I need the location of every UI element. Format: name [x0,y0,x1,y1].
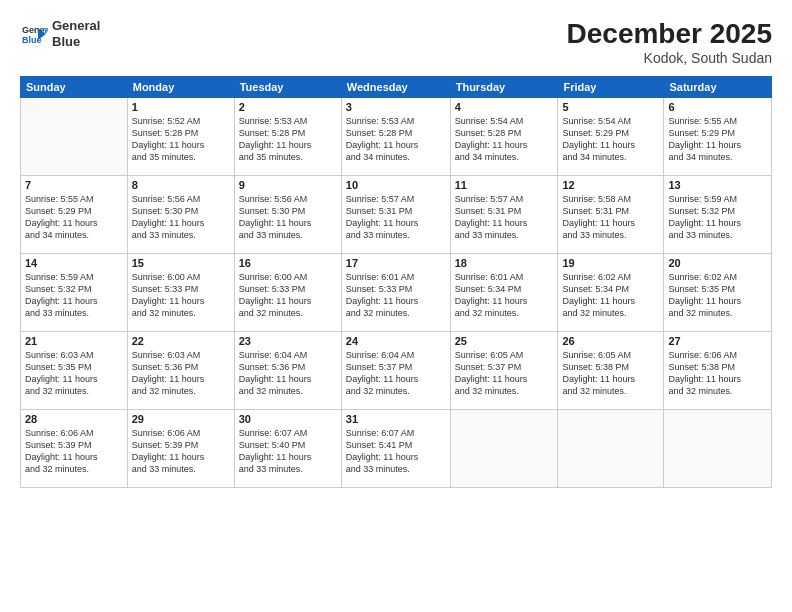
day-number: 15 [132,257,230,269]
calendar-cell: 8Sunrise: 5:56 AMSunset: 5:30 PMDaylight… [127,176,234,254]
weekday-header: Tuesday [234,77,341,98]
day-info: Sunrise: 6:06 AMSunset: 5:39 PMDaylight:… [25,427,123,476]
day-info: Sunrise: 6:06 AMSunset: 5:38 PMDaylight:… [668,349,767,398]
calendar-cell: 19Sunrise: 6:02 AMSunset: 5:34 PMDayligh… [558,254,664,332]
calendar-cell: 17Sunrise: 6:01 AMSunset: 5:33 PMDayligh… [341,254,450,332]
day-number: 8 [132,179,230,191]
calendar-cell: 23Sunrise: 6:04 AMSunset: 5:36 PMDayligh… [234,332,341,410]
day-info: Sunrise: 6:05 AMSunset: 5:38 PMDaylight:… [562,349,659,398]
day-number: 23 [239,335,337,347]
day-info: Sunrise: 6:01 AMSunset: 5:33 PMDaylight:… [346,271,446,320]
day-number: 3 [346,101,446,113]
day-info: Sunrise: 6:06 AMSunset: 5:39 PMDaylight:… [132,427,230,476]
calendar-cell: 3Sunrise: 5:53 AMSunset: 5:28 PMDaylight… [341,98,450,176]
day-info: Sunrise: 5:55 AMSunset: 5:29 PMDaylight:… [668,115,767,164]
calendar-cell: 20Sunrise: 6:02 AMSunset: 5:35 PMDayligh… [664,254,772,332]
calendar-cell: 13Sunrise: 5:59 AMSunset: 5:32 PMDayligh… [664,176,772,254]
calendar-cell: 14Sunrise: 5:59 AMSunset: 5:32 PMDayligh… [21,254,128,332]
day-info: Sunrise: 5:54 AMSunset: 5:28 PMDaylight:… [455,115,554,164]
day-info: Sunrise: 5:58 AMSunset: 5:31 PMDaylight:… [562,193,659,242]
day-info: Sunrise: 5:56 AMSunset: 5:30 PMDaylight:… [239,193,337,242]
day-info: Sunrise: 6:03 AMSunset: 5:35 PMDaylight:… [25,349,123,398]
calendar-cell: 22Sunrise: 6:03 AMSunset: 5:36 PMDayligh… [127,332,234,410]
weekday-header: Saturday [664,77,772,98]
logo-text-line1: General [52,18,100,34]
calendar: SundayMondayTuesdayWednesdayThursdayFrid… [20,76,772,488]
day-number: 18 [455,257,554,269]
calendar-cell: 9Sunrise: 5:56 AMSunset: 5:30 PMDaylight… [234,176,341,254]
day-info: Sunrise: 6:00 AMSunset: 5:33 PMDaylight:… [132,271,230,320]
day-info: Sunrise: 5:59 AMSunset: 5:32 PMDaylight:… [25,271,123,320]
calendar-cell [21,98,128,176]
weekday-header: Thursday [450,77,558,98]
calendar-cell: 15Sunrise: 6:00 AMSunset: 5:33 PMDayligh… [127,254,234,332]
day-number: 25 [455,335,554,347]
day-info: Sunrise: 6:03 AMSunset: 5:36 PMDaylight:… [132,349,230,398]
day-number: 1 [132,101,230,113]
day-info: Sunrise: 5:56 AMSunset: 5:30 PMDaylight:… [132,193,230,242]
logo: General Blue General Blue [20,18,100,49]
day-number: 22 [132,335,230,347]
day-number: 31 [346,413,446,425]
calendar-cell: 27Sunrise: 6:06 AMSunset: 5:38 PMDayligh… [664,332,772,410]
day-info: Sunrise: 5:52 AMSunset: 5:28 PMDaylight:… [132,115,230,164]
day-info: Sunrise: 6:05 AMSunset: 5:37 PMDaylight:… [455,349,554,398]
day-number: 5 [562,101,659,113]
day-info: Sunrise: 6:07 AMSunset: 5:41 PMDaylight:… [346,427,446,476]
day-number: 30 [239,413,337,425]
day-info: Sunrise: 6:01 AMSunset: 5:34 PMDaylight:… [455,271,554,320]
day-info: Sunrise: 6:02 AMSunset: 5:35 PMDaylight:… [668,271,767,320]
day-number: 12 [562,179,659,191]
day-number: 29 [132,413,230,425]
day-number: 16 [239,257,337,269]
day-number: 14 [25,257,123,269]
weekday-header: Friday [558,77,664,98]
calendar-cell: 25Sunrise: 6:05 AMSunset: 5:37 PMDayligh… [450,332,558,410]
day-info: Sunrise: 5:53 AMSunset: 5:28 PMDaylight:… [239,115,337,164]
weekday-header: Sunday [21,77,128,98]
day-number: 21 [25,335,123,347]
day-info: Sunrise: 6:02 AMSunset: 5:34 PMDaylight:… [562,271,659,320]
calendar-cell: 16Sunrise: 6:00 AMSunset: 5:33 PMDayligh… [234,254,341,332]
calendar-cell: 6Sunrise: 5:55 AMSunset: 5:29 PMDaylight… [664,98,772,176]
day-info: Sunrise: 5:57 AMSunset: 5:31 PMDaylight:… [455,193,554,242]
day-number: 24 [346,335,446,347]
day-number: 13 [668,179,767,191]
day-info: Sunrise: 6:00 AMSunset: 5:33 PMDaylight:… [239,271,337,320]
day-number: 19 [562,257,659,269]
calendar-cell: 2Sunrise: 5:53 AMSunset: 5:28 PMDaylight… [234,98,341,176]
calendar-cell: 4Sunrise: 5:54 AMSunset: 5:28 PMDaylight… [450,98,558,176]
day-number: 27 [668,335,767,347]
calendar-cell: 28Sunrise: 6:06 AMSunset: 5:39 PMDayligh… [21,410,128,488]
calendar-cell [558,410,664,488]
day-number: 6 [668,101,767,113]
day-info: Sunrise: 5:53 AMSunset: 5:28 PMDaylight:… [346,115,446,164]
day-number: 28 [25,413,123,425]
month-title: December 2025 [567,18,772,50]
day-info: Sunrise: 5:55 AMSunset: 5:29 PMDaylight:… [25,193,123,242]
day-info: Sunrise: 6:04 AMSunset: 5:36 PMDaylight:… [239,349,337,398]
day-number: 17 [346,257,446,269]
calendar-cell: 30Sunrise: 6:07 AMSunset: 5:40 PMDayligh… [234,410,341,488]
calendar-cell: 5Sunrise: 5:54 AMSunset: 5:29 PMDaylight… [558,98,664,176]
day-info: Sunrise: 6:07 AMSunset: 5:40 PMDaylight:… [239,427,337,476]
calendar-cell: 1Sunrise: 5:52 AMSunset: 5:28 PMDaylight… [127,98,234,176]
calendar-cell: 31Sunrise: 6:07 AMSunset: 5:41 PMDayligh… [341,410,450,488]
calendar-cell: 7Sunrise: 5:55 AMSunset: 5:29 PMDaylight… [21,176,128,254]
day-number: 2 [239,101,337,113]
calendar-cell: 24Sunrise: 6:04 AMSunset: 5:37 PMDayligh… [341,332,450,410]
day-info: Sunrise: 5:57 AMSunset: 5:31 PMDaylight:… [346,193,446,242]
calendar-cell: 26Sunrise: 6:05 AMSunset: 5:38 PMDayligh… [558,332,664,410]
logo-text-line2: Blue [52,34,100,50]
day-number: 7 [25,179,123,191]
calendar-cell: 18Sunrise: 6:01 AMSunset: 5:34 PMDayligh… [450,254,558,332]
day-number: 11 [455,179,554,191]
calendar-cell [664,410,772,488]
day-number: 26 [562,335,659,347]
location: Kodok, South Sudan [567,50,772,66]
day-number: 9 [239,179,337,191]
day-number: 10 [346,179,446,191]
weekday-header: Monday [127,77,234,98]
calendar-cell: 11Sunrise: 5:57 AMSunset: 5:31 PMDayligh… [450,176,558,254]
day-number: 20 [668,257,767,269]
